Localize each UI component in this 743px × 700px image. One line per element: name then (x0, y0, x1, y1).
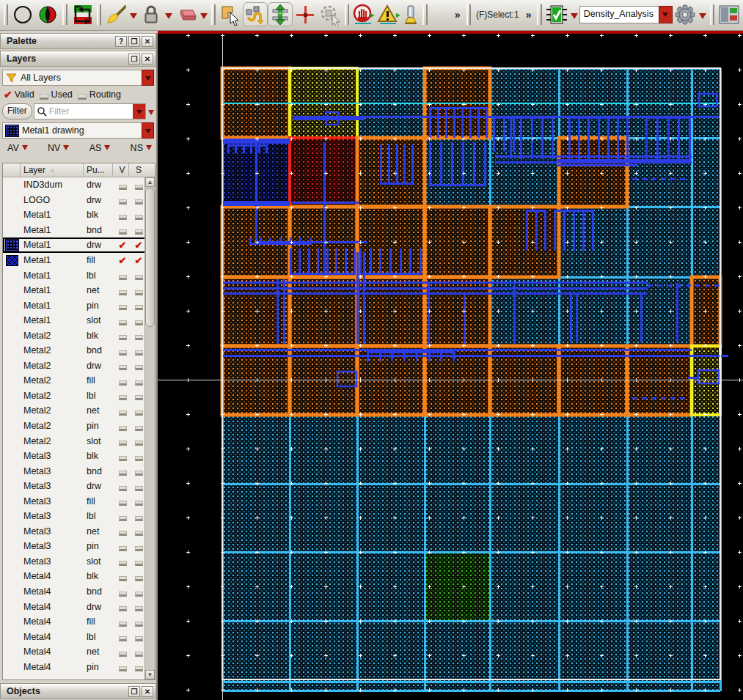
current-layer-dropdown[interactable]: Metal1 drawing (2, 122, 154, 139)
selectability-checkbox[interactable] (129, 599, 145, 614)
layer-row[interactable]: Metal3drw (3, 479, 155, 494)
visibility-checkbox[interactable] (113, 524, 129, 539)
select-mode-button[interactable] (218, 2, 243, 26)
header-purpose-column[interactable]: Pu... (84, 163, 113, 177)
selectability-checkbox[interactable] (129, 223, 145, 238)
toolbar-overflow-2[interactable]: » (522, 9, 535, 21)
visibility-checkbox[interactable] (113, 193, 129, 208)
settings-button[interactable] (673, 2, 698, 26)
visibility-checkbox[interactable] (113, 463, 129, 479)
layer-row[interactable]: Metal4drw (3, 599, 155, 614)
visibility-checkbox[interactable] (113, 388, 129, 404)
mode-av-dropdown-arrow[interactable] (22, 145, 28, 153)
visibility-checkbox[interactable] (113, 509, 129, 524)
layer-checkbox-used[interactable]: Used (40, 89, 73, 100)
layer-row[interactable]: Metal1lbl (3, 268, 155, 283)
filter-search-field[interactable]: Filter (34, 103, 146, 119)
selectability-checkbox[interactable] (129, 328, 145, 343)
selectability-checkbox[interactable] (129, 644, 145, 660)
layer-row[interactable]: Metal4net (3, 644, 155, 660)
mode-ns[interactable]: NS (131, 143, 143, 153)
lock-dropdown-arrow[interactable] (165, 13, 172, 23)
header-layer-column[interactable]: Layer ▲ (21, 163, 84, 177)
layers-close-button[interactable]: ✕ (142, 54, 153, 65)
scroll-up-button[interactable]: ▲ (145, 177, 155, 187)
layer-row[interactable]: IND3dumdrw (3, 177, 155, 193)
selectability-checkbox[interactable] (129, 629, 145, 644)
filter-button[interactable]: Filter (2, 103, 32, 119)
annotate-button[interactable] (103, 2, 128, 26)
objects-titlebar[interactable]: Objects ❐ ✕ (0, 683, 156, 699)
erase-button[interactable] (174, 2, 199, 26)
visibility-checkbox[interactable] (113, 493, 129, 509)
layer-row[interactable]: Metal1fill✔✔ (3, 253, 155, 268)
layer-table-header[interactable]: Layer ▲ Pu... V S (3, 163, 155, 177)
selectability-checkbox[interactable] (129, 419, 145, 434)
selectability-checkbox[interactable] (129, 283, 145, 298)
visibility-checkbox[interactable] (113, 177, 129, 193)
selectability-checkbox[interactable] (129, 388, 145, 404)
layer-row[interactable]: Metal3blk (3, 449, 155, 464)
workspace-combobox-dropdown[interactable] (659, 6, 673, 23)
layer-filter-dropdown-button[interactable] (142, 70, 154, 86)
verify-dropdown-arrow[interactable] (571, 13, 578, 23)
visibility-checkbox[interactable] (113, 268, 129, 283)
layers-titlebar[interactable]: Layers ❐ ✕ (0, 51, 156, 67)
layer-row[interactable]: LOGOdrw (3, 193, 155, 208)
visibility-checkbox[interactable] (113, 403, 129, 419)
selectability-checkbox[interactable] (129, 584, 145, 600)
swap-views-button[interactable] (70, 2, 95, 26)
visibility-checkbox[interactable] (113, 358, 129, 374)
current-layer-dropdown-button[interactable] (142, 122, 154, 139)
selectability-checkbox[interactable] (129, 660, 145, 675)
selectability-checkbox[interactable]: ✔ (129, 253, 145, 268)
visibility-checkbox[interactable] (113, 373, 129, 388)
layer-row[interactable]: Metal1drw✔✔ (3, 237, 155, 253)
layer-row[interactable]: Metal2bnd (3, 343, 155, 358)
settings-dropdown-arrow[interactable] (699, 13, 706, 23)
warning-button[interactable] (376, 2, 401, 26)
layer-row[interactable]: Metal1bnd (3, 223, 155, 238)
selectability-checkbox[interactable] (129, 524, 145, 539)
mode-ns-dropdown-arrow[interactable] (146, 145, 152, 153)
mode-as[interactable]: AS (89, 143, 102, 153)
visibility-checkbox[interactable] (113, 660, 129, 675)
visibility-checkbox[interactable] (113, 223, 129, 238)
layer-row[interactable]: Metal4bnd (3, 584, 155, 600)
layer-row[interactable]: Metal4lbl (3, 629, 155, 644)
layer-row[interactable]: Metal2drw (3, 358, 155, 374)
selectability-checkbox[interactable] (129, 539, 145, 554)
palette-close-button[interactable]: ✕ (142, 36, 153, 47)
lock-button[interactable] (139, 2, 164, 26)
selectability-checkbox[interactable] (129, 463, 145, 479)
half-display-button[interactable] (35, 2, 60, 26)
selectability-checkbox[interactable] (129, 433, 145, 449)
visibility-checkbox[interactable] (113, 328, 129, 343)
layer-row[interactable]: Metal3bnd (3, 463, 155, 479)
mode-nv[interactable]: NV (48, 143, 60, 153)
workspace-combobox[interactable]: Density_Analysis (579, 6, 673, 23)
layer-filter-dropdown[interactable]: All Layers (2, 70, 154, 86)
selectability-checkbox[interactable] (129, 493, 145, 509)
verify-button[interactable] (544, 2, 569, 26)
layer-row[interactable]: Metal3net (3, 524, 155, 539)
annotate-dropdown-arrow[interactable] (130, 13, 137, 23)
palette-titlebar[interactable]: Palette ? ❐ ✕ (0, 33, 156, 49)
symbolic-route-button[interactable] (268, 2, 293, 26)
layer-row[interactable]: Metal2fill (3, 373, 155, 388)
visibility-checkbox[interactable] (113, 313, 129, 328)
objects-restore-button[interactable]: ❐ (128, 686, 140, 697)
visibility-checkbox[interactable] (113, 554, 129, 570)
layer-row[interactable]: Metal2blk (3, 328, 155, 343)
selectability-checkbox[interactable] (129, 358, 145, 374)
selectability-checkbox[interactable] (129, 268, 145, 283)
visibility-checkbox[interactable] (113, 539, 129, 554)
marker-button[interactable] (401, 2, 420, 26)
visibility-checkbox[interactable] (113, 599, 129, 614)
visibility-checkbox[interactable] (113, 584, 129, 600)
visibility-checkbox[interactable] (113, 283, 129, 298)
scrollbar-thumb[interactable] (145, 188, 155, 327)
selectability-checkbox[interactable] (129, 614, 145, 630)
mode-as-dropdown-arrow[interactable] (104, 145, 110, 153)
layer-row[interactable]: Metal3slot (3, 554, 155, 570)
